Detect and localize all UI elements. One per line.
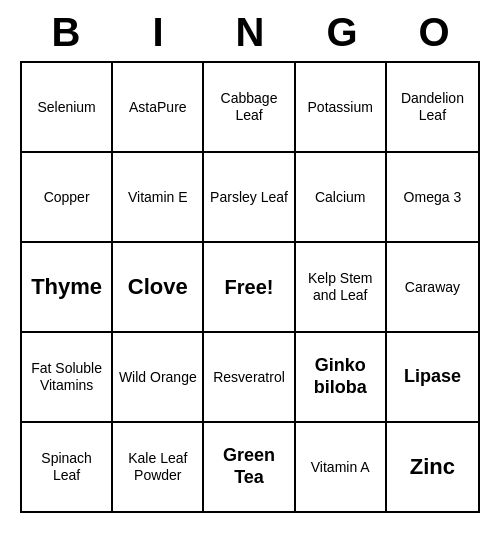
bingo-cell: Parsley Leaf: [204, 153, 295, 241]
bingo-cell: Copper: [22, 153, 113, 241]
bingo-letter: G: [302, 10, 382, 55]
bingo-letter: I: [118, 10, 198, 55]
bingo-cell: Lipase: [387, 333, 478, 421]
bingo-cell: Selenium: [22, 63, 113, 151]
bingo-cell: Free!: [204, 243, 295, 331]
bingo-cell: Resveratrol: [204, 333, 295, 421]
bingo-cell: Caraway: [387, 243, 478, 331]
bingo-cell: Ginko biloba: [296, 333, 387, 421]
bingo-cell: Calcium: [296, 153, 387, 241]
bingo-cell: Vitamin A: [296, 423, 387, 511]
bingo-cell: Dandelion Leaf: [387, 63, 478, 151]
bingo-cell: Zinc: [387, 423, 478, 511]
bingo-row: SeleniumAstaPureCabbage LeafPotassiumDan…: [22, 63, 478, 153]
bingo-row: CopperVitamin EParsley LeafCalciumOmega …: [22, 153, 478, 243]
bingo-cell: Kelp Stem and Leaf: [296, 243, 387, 331]
bingo-cell: Green Tea: [204, 423, 295, 511]
bingo-letter: B: [26, 10, 106, 55]
bingo-cell: Wild Orange: [113, 333, 204, 421]
bingo-row: Fat Soluble VitaminsWild OrangeResveratr…: [22, 333, 478, 423]
bingo-header: BINGO: [20, 0, 480, 61]
bingo-letter: N: [210, 10, 290, 55]
bingo-cell: Kale Leaf Powder: [113, 423, 204, 511]
bingo-grid: SeleniumAstaPureCabbage LeafPotassiumDan…: [20, 61, 480, 513]
bingo-cell: Potassium: [296, 63, 387, 151]
bingo-cell: Cabbage Leaf: [204, 63, 295, 151]
bingo-cell: Fat Soluble Vitamins: [22, 333, 113, 421]
bingo-letter: O: [394, 10, 474, 55]
bingo-cell: AstaPure: [113, 63, 204, 151]
bingo-row: Spinach LeafKale Leaf PowderGreen TeaVit…: [22, 423, 478, 511]
bingo-cell: Thyme: [22, 243, 113, 331]
bingo-cell: Omega 3: [387, 153, 478, 241]
bingo-cell: Clove: [113, 243, 204, 331]
bingo-cell: Spinach Leaf: [22, 423, 113, 511]
bingo-cell: Vitamin E: [113, 153, 204, 241]
bingo-row: ThymeCloveFree!Kelp Stem and LeafCaraway: [22, 243, 478, 333]
